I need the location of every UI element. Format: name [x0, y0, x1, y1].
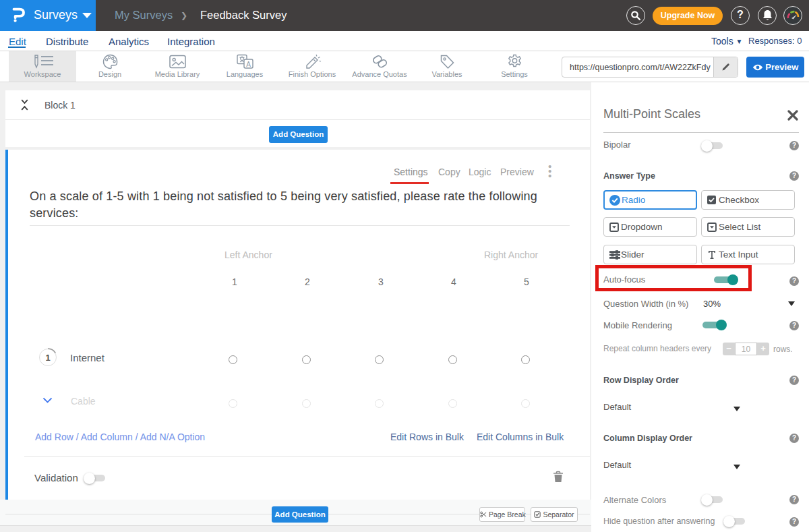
svg-text:A: A — [246, 61, 251, 68]
